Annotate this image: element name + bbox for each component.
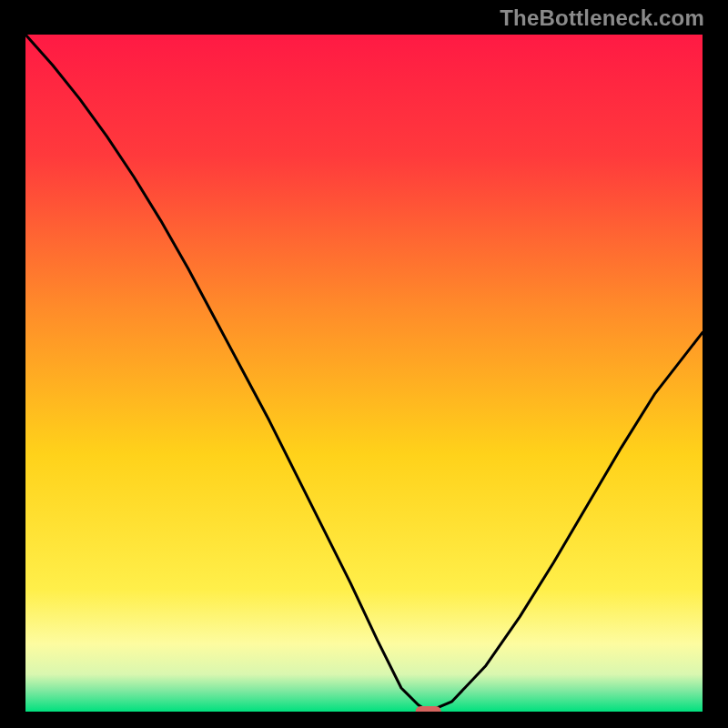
plot-area	[25, 35, 703, 712]
chart-svg	[25, 35, 703, 712]
chart-frame: TheBottleneck.com	[0, 0, 728, 728]
trough-marker	[416, 706, 441, 712]
watermark-text: TheBottleneck.com	[500, 5, 704, 31]
